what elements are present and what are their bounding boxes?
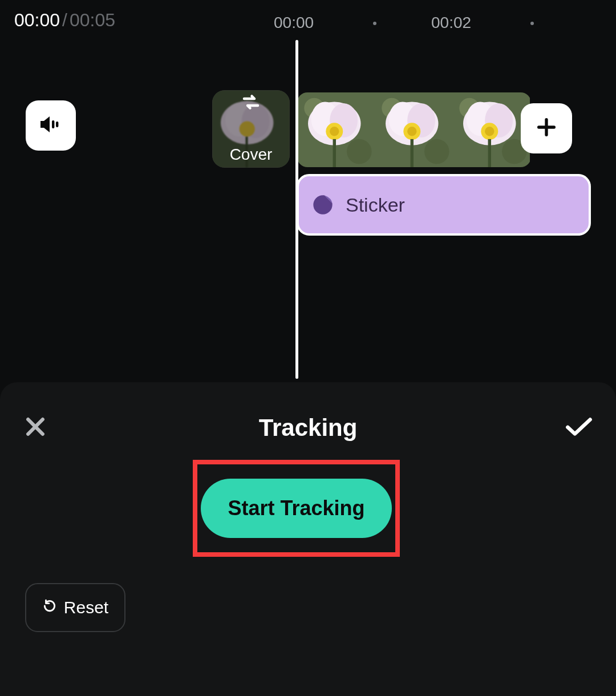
reset-label: Reset: [64, 598, 108, 617]
speaker-icon: [37, 111, 64, 140]
svg-point-15: [330, 127, 339, 136]
sticker-icon: [310, 192, 335, 217]
time-current: 00:00: [14, 10, 60, 31]
add-clip-button[interactable]: [521, 103, 572, 153]
clip-frame: [297, 92, 375, 167]
svg-rect-34: [488, 139, 491, 167]
time-separator: /: [62, 10, 67, 31]
sticker-track[interactable]: Sticker: [297, 174, 591, 236]
plus-icon: [535, 116, 558, 141]
tracking-panel: Tracking Start Tracking Reset: [0, 382, 616, 696]
time-total: 00:05: [70, 10, 115, 31]
svg-rect-25: [411, 139, 414, 167]
ruler-dot-0: [373, 22, 376, 25]
svg-point-6: [240, 121, 255, 136]
start-tracking-label: Start Tracking: [228, 496, 364, 520]
svg-rect-16: [333, 139, 336, 167]
confirm-button[interactable]: [565, 415, 593, 440]
ruler-dot-1: [530, 22, 534, 25]
reset-icon: [42, 598, 57, 617]
tutorial-highlight: Start Tracking: [193, 460, 400, 557]
swap-icon: [241, 94, 261, 112]
svg-rect-0: [52, 120, 54, 128]
svg-point-10: [347, 139, 372, 164]
close-button[interactable]: [23, 414, 48, 442]
clip-frame: [452, 92, 530, 167]
clip-frame: [375, 92, 452, 167]
svg-rect-1: [56, 122, 58, 127]
sticker-label: Sticker: [346, 194, 405, 216]
start-tracking-button[interactable]: Start Tracking: [201, 479, 392, 538]
panel-title: Tracking: [259, 414, 358, 442]
video-clip[interactable]: [297, 92, 531, 167]
cover-thumbnail[interactable]: Cover: [212, 90, 290, 168]
reset-button[interactable]: Reset: [25, 583, 125, 632]
ruler-mark-1: 00:02: [431, 14, 471, 32]
ruler-mark-0: 00:00: [274, 14, 314, 32]
audio-toggle-button[interactable]: [26, 100, 76, 151]
timeline[interactable]: Cover: [0, 40, 616, 382]
playhead[interactable]: [295, 40, 298, 379]
svg-point-33: [485, 127, 494, 136]
svg-point-19: [424, 139, 449, 164]
cover-label: Cover: [230, 145, 273, 164]
svg-point-24: [407, 127, 416, 136]
